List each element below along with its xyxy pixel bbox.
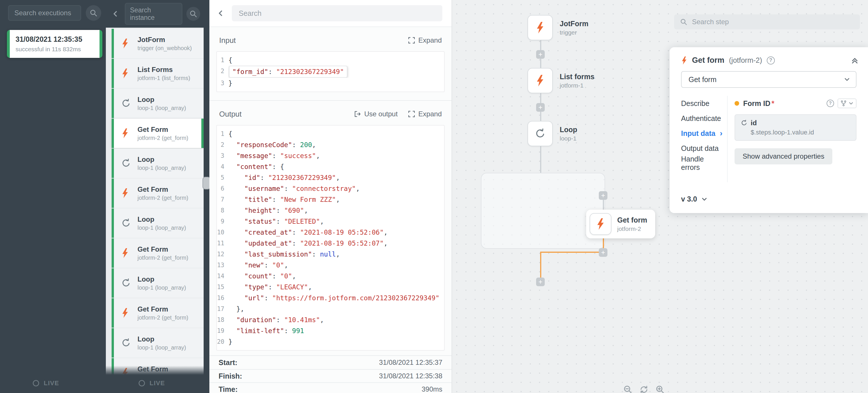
branch-icon (840, 100, 847, 107)
step-title: Get Form (137, 125, 188, 134)
bolt-icon (121, 129, 131, 138)
step-list-item-loop[interactable]: Looploop-1 (loop_array) (112, 148, 204, 178)
bolt-icon (681, 56, 687, 64)
operation-select[interactable]: Get form (681, 71, 857, 88)
config-nav-handle-errors[interactable]: Handle errors (681, 156, 727, 171)
panel-resizer[interactable] (204, 0, 209, 393)
required-dot (735, 101, 739, 106)
step-title: Loop (137, 335, 186, 343)
add-step-button[interactable]: + (599, 191, 608, 200)
code-line: 9 "status": "DELETED", (217, 216, 441, 227)
add-step-button[interactable]: + (536, 103, 545, 112)
step-list-item-jotform[interactable]: JotFormtrigger (on_webhook) (112, 29, 204, 58)
code-line: 3 "message": "success", (217, 150, 441, 161)
field-help-icon[interactable]: ? (827, 100, 834, 107)
node-get-form-selected[interactable]: Get form jotform-2 (586, 209, 655, 238)
mapper-dropdown-button[interactable] (838, 99, 857, 108)
step-list-item-loop[interactable]: Looploop-1 (loop_array) (112, 89, 204, 118)
io-search-bar: Search (209, 0, 452, 27)
step-list-item-loop[interactable]: Looploop-1 (loop_array) (112, 208, 204, 238)
step-list-item-list-forms[interactable]: List Formsjotform-1 (list_forms) (112, 59, 204, 88)
connector-line (540, 111, 541, 121)
collapse-io-panel-button[interactable] (217, 9, 226, 18)
search-step-input[interactable]: Search step (674, 15, 860, 29)
add-step-button[interactable]: + (536, 278, 545, 286)
step-list-item-get-form[interactable]: Get Formjotform-2 (get_form) (112, 119, 204, 148)
summary-value: 390ms (422, 385, 442, 393)
node-loop[interactable]: Loop loop-1 (527, 121, 577, 146)
steps-panel-header: Search instance (106, 0, 204, 28)
reset-view-button[interactable] (639, 385, 649, 393)
step-title: Loop (137, 156, 186, 164)
step-list-item-get-form[interactable]: Get Formjotform-2 (get_form) (112, 178, 204, 208)
live-label: LIVE (150, 380, 165, 387)
summary-row: Start:31/08/2021 12:35:37 (209, 356, 452, 369)
add-step-button[interactable]: + (536, 50, 545, 59)
execution-timestamp: 31/08/2021 12:35:35 (16, 35, 94, 44)
config-nav-output-data[interactable]: Output data (681, 141, 727, 156)
show-advanced-properties-button[interactable]: Show advanced properties (735, 148, 832, 164)
steps-list[interactable]: JotFormtrigger (on_webhook)List Formsjot… (106, 28, 204, 393)
collapse-steps-panel-button[interactable] (112, 9, 121, 19)
connector-line (540, 93, 541, 104)
step-subtitle: trigger (on_webhook) (137, 45, 192, 52)
collapse-config-button[interactable] (851, 56, 859, 64)
help-icon[interactable]: ? (767, 56, 775, 64)
highlighted-token[interactable]: "form_id": "212302367229349" (229, 66, 347, 78)
step-subtitle: jotform-2 (get_form) (137, 314, 188, 321)
search-executions-input[interactable]: Search executions (8, 5, 81, 21)
code-line: 14 "count": "0", (217, 271, 441, 282)
loop-icon (535, 129, 545, 139)
code-line: 7 "title": "New Form ZZZ", (217, 194, 441, 205)
search-instance-input[interactable]: Search instance (125, 3, 182, 25)
code-line: 18 "duration": "10.41ms", (217, 314, 441, 325)
step-subtitle: jotform-1 (list_forms) (137, 75, 190, 82)
steps-live-toggle[interactable]: LIVE (138, 380, 165, 387)
executions-live-toggle[interactable]: LIVE (32, 380, 59, 387)
step-title: JotForm (137, 36, 192, 44)
config-nav-authenticate[interactable]: Authenticate (681, 111, 727, 126)
code-line: 20} (217, 336, 441, 347)
use-output-button[interactable]: Use output (354, 110, 398, 118)
version-select[interactable]: v 3.0 (670, 182, 868, 203)
search-executions-button[interactable] (86, 5, 101, 21)
code-line: 13 "new": "0", (217, 260, 441, 271)
sync-icon (639, 385, 649, 393)
execution-list-item[interactable]: 31/08/2021 12:35:35 successful in 11s 83… (7, 30, 102, 58)
node-title: Loop (560, 125, 577, 134)
step-list-item-loop[interactable]: Looploop-1 (loop_array) (112, 328, 204, 358)
expand-output-button[interactable]: Expand (408, 110, 442, 118)
code-line: 16 "url": "https://form.jotform.com/2123… (217, 292, 441, 304)
chevron-down-icon (844, 76, 850, 83)
node-list-forms[interactable]: List forms jotform-1 (527, 68, 594, 93)
zoom-in-button[interactable] (655, 385, 665, 393)
io-search-input[interactable]: Search (232, 5, 442, 21)
bolt-icon (121, 188, 131, 198)
step-subtitle: loop-1 (loop_array) (137, 105, 186, 111)
live-icon (32, 380, 40, 387)
bolt-icon (121, 68, 131, 78)
config-nav-describe[interactable]: Describe (681, 96, 727, 111)
step-list-item-loop[interactable]: Looploop-1 (loop_array) (112, 268, 204, 298)
mapped-value-name: id (751, 119, 757, 127)
node-jotform-trigger[interactable]: JotForm trigger (527, 15, 588, 40)
zoom-out-button[interactable] (623, 385, 633, 393)
expand-input-button[interactable]: Expand (408, 36, 442, 44)
step-title: Get Form (137, 186, 188, 194)
connector-line-orange (540, 252, 541, 278)
search-instance-button[interactable] (186, 7, 200, 21)
io-panel: Search Input Expand 1{2"form_id": "21230… (209, 0, 452, 393)
config-nav-input-data[interactable]: Input data› (681, 126, 727, 141)
double-chevron-up-icon (851, 56, 859, 64)
step-config-header: Get form (jotform-2) ? (670, 47, 868, 71)
io-search-placeholder: Search (239, 9, 261, 18)
input-section: Input Expand 1{2"form_id": "212302367229… (209, 27, 452, 100)
summary-label: Time: (219, 385, 238, 393)
form-id-value-box[interactable]: id $.steps.loop-1.value.id (735, 114, 857, 141)
search-icon (680, 18, 687, 26)
step-list-item-get-form[interactable]: Get Formjotform-2 (get_form) (112, 238, 204, 268)
workflow-canvas[interactable]: + + + + + JotForm trigger List forms jot… (452, 0, 868, 393)
add-step-button[interactable]: + (599, 248, 608, 257)
step-list-item-get-form[interactable]: Get Formjotform-2 (get_form) (112, 298, 204, 328)
summary-label: Finish: (219, 372, 242, 380)
